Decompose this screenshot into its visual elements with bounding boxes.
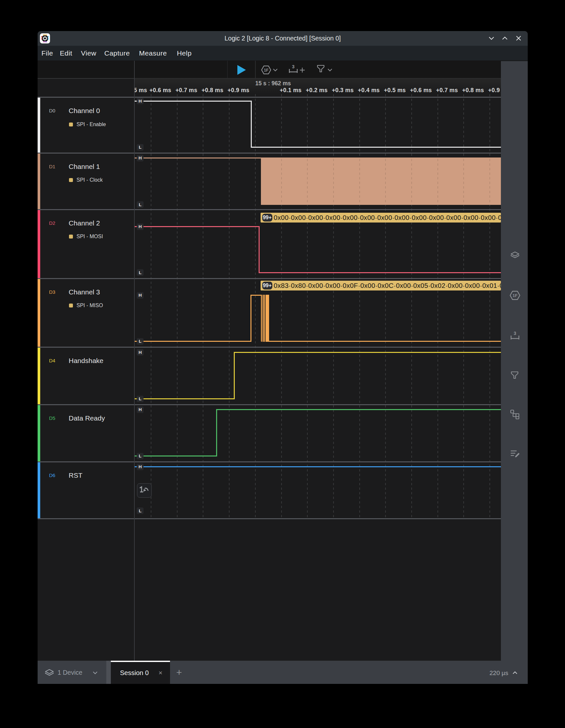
- svg-text:1F: 1F: [512, 293, 517, 298]
- svg-text:3: 3: [514, 331, 516, 336]
- svg-text:1F: 1F: [264, 68, 268, 73]
- svg-text:3: 3: [292, 65, 295, 69]
